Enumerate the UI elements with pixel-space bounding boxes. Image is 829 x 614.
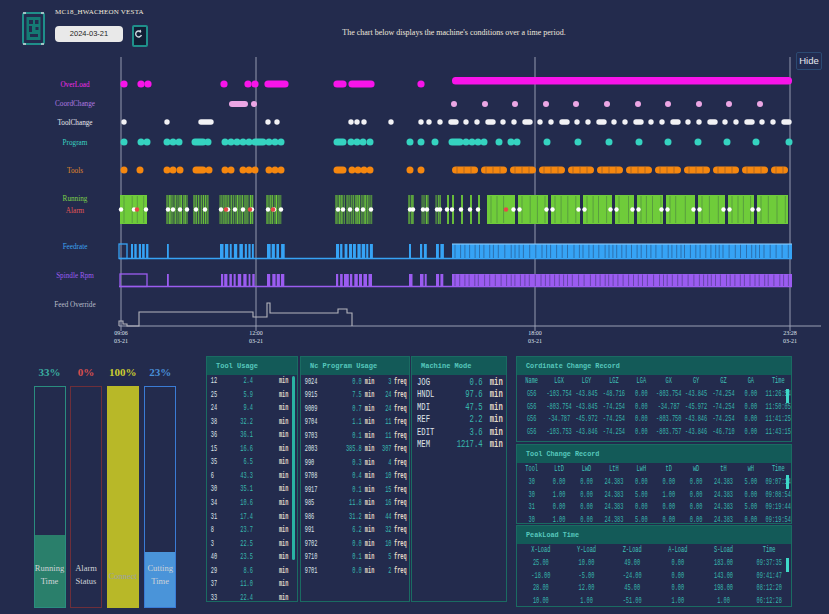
svg-text:Tools: Tools [67,167,83,175]
svg-text:03-21: 03-21 [528,338,542,344]
svg-text:Running: Running [63,195,88,203]
svg-text:Alarm: Alarm [66,207,85,215]
svg-text:23:28: 23:28 [783,330,797,336]
svg-text:12:00: 12:00 [249,330,263,336]
svg-text:03-21: 03-21 [249,338,263,344]
svg-text:18:00: 18:00 [528,330,542,336]
svg-text:ToolChange: ToolChange [57,119,92,127]
svg-text:09:06: 09:06 [114,330,128,336]
svg-text:03-21: 03-21 [783,338,797,344]
svg-text:CoordChange: CoordChange [55,100,95,108]
svg-text:Feed Override: Feed Override [54,301,95,309]
svg-text:Program: Program [63,139,88,147]
svg-text:Feedrate: Feedrate [63,243,88,251]
svg-text:OverLoad: OverLoad [60,81,90,89]
svg-text:03-21: 03-21 [114,338,128,344]
svg-text:Spindle Rpm: Spindle Rpm [56,272,94,280]
